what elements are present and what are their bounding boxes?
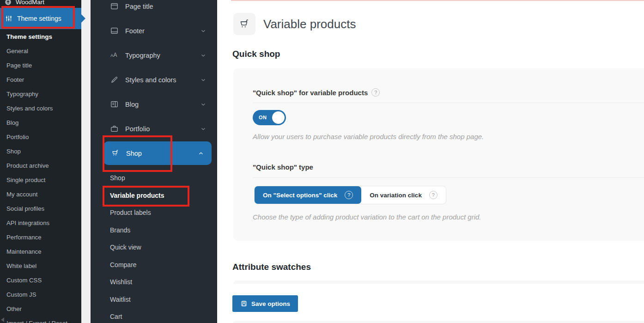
sub-item-quick-view[interactable]: Quick view [91,239,217,256]
sub-item-compare[interactable]: Compare [91,256,217,274]
cart-icon [238,18,250,30]
sliders-icon [5,14,13,23]
sidebar-item-blog[interactable]: Blog [0,116,81,130]
toggle-state-label: ON [259,115,267,120]
option-description: Allow your users to purchase variable pr… [253,133,484,140]
sidebar-item-styles-and-colors[interactable]: Styles and colors [0,101,81,116]
panel-item-blog[interactable]: Blog [91,92,217,116]
cart-icon [111,149,120,158]
quick-shop-toggle[interactable]: ON [253,110,286,125]
panel-item-label: Shop [126,150,142,157]
sidebar-item-custom-js[interactable]: Custom JS [0,287,81,302]
chevron-down-icon [200,52,207,59]
save-button-label: Save options [251,300,290,307]
chevron-down-icon [200,101,207,108]
sub-item-waitlist[interactable]: Waitlist [91,291,217,309]
panel-item-portfolio[interactable]: Portfolio [91,116,217,141]
next-section-edge [233,321,644,323]
panel-item-label: Styles and colors [125,76,176,84]
sidebar-item-page-title[interactable]: Page title [0,58,81,73]
chevron-down-icon [200,77,207,83]
type-option-select-options-click[interactable]: On "Select options" click ? [255,186,361,204]
attribute-swatches-section-edge [233,280,644,284]
sidebar-item-portfolio[interactable]: Portfolio [0,130,81,144]
panel-item-page-title[interactable]: Page title [91,0,217,18]
panel-item-footer[interactable]: Footer [91,18,217,43]
option-label-quick-shop-type: "Quick shop" type [253,163,313,171]
panel-menu: Page title Footer AA Typography [91,0,217,323]
sidebar-submenu: General Page title Footer Typography Sty… [0,44,81,323]
sidebar-item-label: Theme settings [17,15,61,22]
sidebar-item-performance[interactable]: Performance [0,230,81,244]
save-options-button[interactable]: Save options [232,295,298,312]
chevron-up-icon [198,150,204,157]
active-item-arrow-icon [81,14,85,23]
sub-item-brands[interactable]: Brands [91,222,217,239]
sidebar-item-import-export-reset[interactable]: Import / Export / Reset [0,316,81,323]
sub-item-wishlist[interactable]: Wishlist [91,274,217,291]
sidebar-item-theme-settings[interactable]: Theme settings [0,8,81,29]
help-icon[interactable]: ? [345,191,353,199]
shop-submenu: Shop Variable products Product labels Br… [91,165,217,323]
quick-shop-type-control: On "Select options" click ? On variation… [254,186,446,204]
panel-item-label: Footer [125,27,145,35]
save-icon [240,300,248,307]
svg-text:A: A [114,52,117,58]
sidebar-section-heading: Theme settings [0,29,81,43]
sidebar-item-typography[interactable]: Typography [0,87,81,101]
help-icon[interactable]: ? [371,88,380,97]
sidebar-item-custom-css[interactable]: Custom CSS [0,273,81,287]
sidebar-item-product-archive[interactable]: Product archive [0,158,81,173]
panel-item-label: Portfolio [125,125,150,133]
footer-icon [110,26,119,35]
toggle-knob-icon [272,111,285,124]
sidebar-item-general[interactable]: General [0,44,81,58]
typography-icon: AA [110,51,119,60]
quick-shop-section: "Quick shop" for variable products ? ON … [233,68,644,241]
blog-icon [110,100,119,109]
sidebar-item-shop[interactable]: Shop [0,144,81,158]
sidebar-item-single-product[interactable]: Single product [0,173,81,187]
sidebar-item-my-account[interactable]: My account [0,187,81,201]
section-heading-quick-shop: Quick shop [232,49,280,59]
sidebar-item-social-profiles[interactable]: Social profiles [0,201,81,216]
woodmart-theme-settings-screen: WoodMart Theme settings Theme settings G… [0,0,644,323]
panel-item-label: Blog [125,101,139,108]
panel-item-shop-active[interactable]: Shop [103,141,212,165]
sidebar-item-label: WoodMart [16,0,44,6]
panel-item-styles-and-colors[interactable]: Styles and colors [91,67,217,92]
panel-item-label: Typography [125,52,160,59]
sidebar-item-maintenance[interactable]: Maintenance [0,244,81,259]
sidebar-item-white-label[interactable]: White label [0,259,81,273]
sidebar-gap [81,0,91,323]
page-icon-box [233,13,255,35]
sidebar-item-other[interactable]: Other [0,302,81,316]
sidebar-item-footer[interactable]: Footer [0,73,81,87]
annotation-line-top [231,0,644,1]
sub-item-cart[interactable]: Cart [91,308,217,323]
chevron-down-icon [200,28,207,34]
page-title: Variable products [263,17,356,31]
sub-item-variable-products[interactable]: Variable products [91,187,217,205]
option-label-quick-shop-toggle: "Quick shop" for variable products ? [253,88,380,97]
sub-item-shop[interactable]: Shop [91,170,217,187]
panel-item-label: Page title [125,3,153,10]
sidebar-item-woodmart[interactable]: WoodMart [0,0,81,8]
sub-item-product-labels[interactable]: Product labels [91,204,217,222]
panel-item-typography[interactable]: AA Typography [91,43,217,67]
briefcase-icon [110,124,119,133]
help-icon[interactable]: ? [429,191,437,199]
divider [253,103,644,103]
main-content: Variable products Quick shop "Quick shop… [217,0,644,323]
collapse-menu-icon[interactable] [1,317,4,322]
chevron-down-icon [200,126,207,132]
type-option-variation-click[interactable]: On variation click ? [361,186,446,204]
divider [253,177,644,178]
section-heading-attribute-swatches: Attribute swatches [232,262,311,272]
option-description: Choose the type of adding product variat… [253,213,481,221]
brush-icon [110,75,119,84]
theme-settings-panel: Page title Footer AA Typography [91,0,217,323]
woodmart-logo-icon [4,0,12,6]
sidebar-item-api-integrations[interactable]: API integrations [0,216,81,230]
page-title-icon [110,2,119,11]
